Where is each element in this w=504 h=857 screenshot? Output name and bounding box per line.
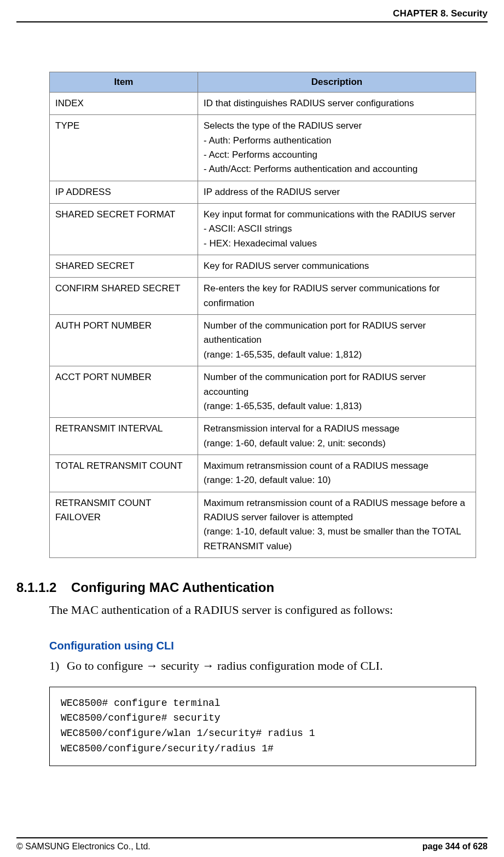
table-header-row: Item Description xyxy=(50,72,476,93)
cell-item: INDEX xyxy=(50,93,198,115)
table-row: TYPESelects the type of the RADIUS serve… xyxy=(50,115,476,181)
step-text-3: radius configuration mode of CLI. xyxy=(214,659,383,672)
cell-description: Number of the communication port for RAD… xyxy=(198,366,476,418)
cell-description: Selects the type of the RADIUS server - … xyxy=(198,115,476,181)
page-header: CHAPTER 8. Security xyxy=(16,8,488,22)
table-row: SHARED SECRET FORMATKey input format for… xyxy=(50,204,476,255)
page-container: CHAPTER 8. Security Item Description IND… xyxy=(0,0,504,857)
table-row: TOTAL RETRANSMIT COUNTMaximum retransmis… xyxy=(50,455,476,492)
step-text-1: Go to configure xyxy=(67,659,146,672)
section-title: Configuring MAC Authentication xyxy=(71,580,274,595)
sub-heading-cli: Configuration using CLI xyxy=(49,640,488,652)
col-header-item: Item xyxy=(50,72,198,93)
cell-description: Number of the communication port for RAD… xyxy=(198,315,476,366)
step-number: 1) xyxy=(49,658,67,675)
chapter-title: CHAPTER 8. Security xyxy=(393,8,488,19)
section-intro-paragraph: The MAC authentication of a RADIUS serve… xyxy=(49,602,488,619)
section-number: 8.1.1.2 xyxy=(16,580,71,595)
cell-item: AUTH PORT NUMBER xyxy=(50,315,198,366)
cell-item: SHARED SECRET xyxy=(50,255,198,278)
table-row: RETRANSMIT INTERVALRetransmission interv… xyxy=(50,418,476,455)
cell-item: RETRANSMIT COUNT FAILOVER xyxy=(50,492,198,557)
table-row: CONFIRM SHARED SECRETRe-enters the key f… xyxy=(50,278,476,315)
step-1: 1)Go to configure → security → radius co… xyxy=(49,658,488,675)
cell-item: SHARED SECRET FORMAT xyxy=(50,204,198,255)
cli-code-block: WEC8500# configure terminal WEC8500/conf… xyxy=(49,687,476,767)
page-content: Item Description INDEXID that distinguis… xyxy=(16,22,488,837)
cell-item: RETRANSMIT INTERVAL xyxy=(50,418,198,455)
col-header-description: Description xyxy=(198,72,476,93)
cell-description: Maximum retransmission count of a RADIUS… xyxy=(198,492,476,557)
footer-copyright: © SAMSUNG Electronics Co., Ltd. xyxy=(16,842,150,852)
cell-description: Key input format for communications with… xyxy=(198,204,476,255)
table-row: IP ADDRESSIP address of the RADIUS serve… xyxy=(50,181,476,203)
table-row: AUTH PORT NUMBERNumber of the communicat… xyxy=(50,315,476,366)
cell-description: Retransmission interval for a RADIUS mes… xyxy=(198,418,476,455)
page-footer: © SAMSUNG Electronics Co., Ltd. page 344… xyxy=(16,837,488,852)
cell-item: CONFIRM SHARED SECRET xyxy=(50,278,198,315)
cell-item: TOTAL RETRANSMIT COUNT xyxy=(50,455,198,492)
cell-item: ACCT PORT NUMBER xyxy=(50,366,198,418)
step-text-2: security xyxy=(158,659,202,672)
footer-page-number: page 344 of 628 xyxy=(422,842,488,852)
table-row: ACCT PORT NUMBERNumber of the communicat… xyxy=(50,366,476,418)
cell-description: ID that distinguishes RADIUS server conf… xyxy=(198,93,476,115)
table-row: RETRANSMIT COUNT FAILOVERMaximum retrans… xyxy=(50,492,476,557)
section-heading: 8.1.1.2Configuring MAC Authentication xyxy=(16,580,488,595)
arrow-icon: → xyxy=(202,659,214,672)
cell-item: IP ADDRESS xyxy=(50,181,198,203)
cell-description: Re-enters the key for RADIUS server comm… xyxy=(198,278,476,315)
cell-item: TYPE xyxy=(50,115,198,181)
cell-description: IP address of the RADIUS server xyxy=(198,181,476,203)
radius-config-table: Item Description INDEXID that distinguis… xyxy=(49,72,476,558)
cell-description: Key for RADIUS server communications xyxy=(198,255,476,278)
table-row: INDEXID that distinguishes RADIUS server… xyxy=(50,93,476,115)
table-row: SHARED SECRETKey for RADIUS server commu… xyxy=(50,255,476,278)
cell-description: Maximum retransmission count of a RADIUS… xyxy=(198,455,476,492)
arrow-icon: → xyxy=(146,659,158,672)
